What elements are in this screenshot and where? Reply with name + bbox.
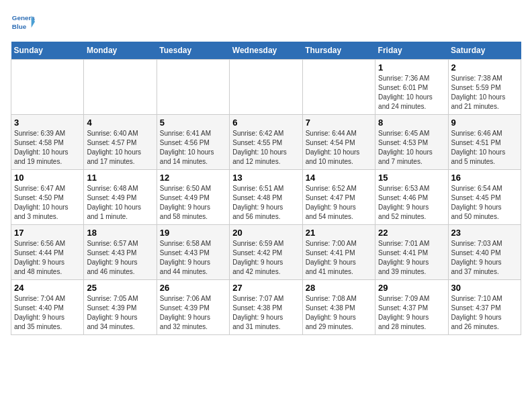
calendar-cell: 7Sunrise: 6:44 AM Sunset: 4:54 PM Daylig… xyxy=(302,115,375,170)
day-info: Sunrise: 7:00 AM Sunset: 4:41 PM Dayligh… xyxy=(306,239,372,277)
calendar-cell: 3Sunrise: 6:39 AM Sunset: 4:58 PM Daylig… xyxy=(11,115,84,170)
day-number: 14 xyxy=(306,173,372,183)
calendar-cell: 19Sunrise: 6:58 AM Sunset: 4:43 PM Dayli… xyxy=(157,225,229,280)
day-info: Sunrise: 6:47 AM Sunset: 4:50 PM Dayligh… xyxy=(14,184,81,222)
calendar-cell: 15Sunrise: 6:53 AM Sunset: 4:46 PM Dayli… xyxy=(375,170,448,225)
calendar-cell xyxy=(11,60,84,115)
calendar-cell: 4Sunrise: 6:40 AM Sunset: 4:57 PM Daylig… xyxy=(84,115,157,170)
calendar-cell: 28Sunrise: 7:08 AM Sunset: 4:38 PM Dayli… xyxy=(302,280,375,335)
calendar-cell: 1Sunrise: 7:36 AM Sunset: 6:01 PM Daylig… xyxy=(375,60,448,115)
day-number: 10 xyxy=(14,173,81,183)
calendar-cell: 16Sunrise: 6:54 AM Sunset: 4:45 PM Dayli… xyxy=(448,170,521,225)
calendar-cell: 25Sunrise: 7:05 AM Sunset: 4:39 PM Dayli… xyxy=(84,280,157,335)
day-info: Sunrise: 6:40 AM Sunset: 4:57 PM Dayligh… xyxy=(87,129,153,167)
header-saturday: Saturday xyxy=(448,42,521,60)
day-number: 29 xyxy=(378,283,445,293)
day-number: 24 xyxy=(14,283,81,293)
day-info: Sunrise: 7:01 AM Sunset: 4:41 PM Dayligh… xyxy=(378,239,445,277)
day-number: 27 xyxy=(232,283,299,293)
day-number: 17 xyxy=(14,228,81,238)
calendar-cell: 23Sunrise: 7:03 AM Sunset: 4:40 PM Dayli… xyxy=(448,225,521,280)
day-number: 23 xyxy=(451,228,518,238)
day-info: Sunrise: 7:05 AM Sunset: 4:39 PM Dayligh… xyxy=(87,294,153,332)
day-info: Sunrise: 7:36 AM Sunset: 6:01 PM Dayligh… xyxy=(378,74,445,111)
calendar-cell: 12Sunrise: 6:50 AM Sunset: 4:49 PM Dayli… xyxy=(157,170,229,225)
page-header: General Blue xyxy=(11,11,521,35)
calendar-cell: 17Sunrise: 6:56 AM Sunset: 4:44 PM Dayli… xyxy=(11,225,84,280)
calendar-cell: 22Sunrise: 7:01 AM Sunset: 4:41 PM Dayli… xyxy=(375,225,448,280)
day-info: Sunrise: 7:03 AM Sunset: 4:40 PM Dayligh… xyxy=(451,239,518,277)
calendar-cell: 27Sunrise: 7:07 AM Sunset: 4:38 PM Dayli… xyxy=(230,280,302,335)
day-number: 5 xyxy=(160,118,226,128)
calendar-cell: 14Sunrise: 6:52 AM Sunset: 4:47 PM Dayli… xyxy=(302,170,375,225)
day-info: Sunrise: 6:46 AM Sunset: 4:51 PM Dayligh… xyxy=(451,129,518,167)
day-number: 26 xyxy=(160,283,226,293)
calendar-cell: 5Sunrise: 6:41 AM Sunset: 4:56 PM Daylig… xyxy=(157,115,229,170)
day-info: Sunrise: 7:04 AM Sunset: 4:40 PM Dayligh… xyxy=(14,294,81,332)
header-monday: Monday xyxy=(84,42,157,60)
day-number: 16 xyxy=(451,173,518,183)
svg-text:Blue: Blue xyxy=(12,23,27,30)
day-info: Sunrise: 7:07 AM Sunset: 4:38 PM Dayligh… xyxy=(232,294,299,332)
day-info: Sunrise: 6:52 AM Sunset: 4:47 PM Dayligh… xyxy=(306,184,372,222)
calendar-cell: 2Sunrise: 7:38 AM Sunset: 5:59 PM Daylig… xyxy=(448,60,521,115)
calendar-week-3: 10Sunrise: 6:47 AM Sunset: 4:50 PM Dayli… xyxy=(11,170,521,225)
calendar-week-5: 24Sunrise: 7:04 AM Sunset: 4:40 PM Dayli… xyxy=(11,280,521,335)
day-number: 22 xyxy=(378,228,445,238)
calendar-cell: 9Sunrise: 6:46 AM Sunset: 4:51 PM Daylig… xyxy=(448,115,521,170)
day-info: Sunrise: 6:54 AM Sunset: 4:45 PM Dayligh… xyxy=(451,184,518,222)
day-info: Sunrise: 6:44 AM Sunset: 4:54 PM Dayligh… xyxy=(306,129,372,167)
calendar-cell: 29Sunrise: 7:09 AM Sunset: 4:37 PM Dayli… xyxy=(375,280,448,335)
day-info: Sunrise: 7:08 AM Sunset: 4:38 PM Dayligh… xyxy=(306,294,372,332)
day-number: 3 xyxy=(14,118,81,128)
calendar-cell: 26Sunrise: 7:06 AM Sunset: 4:39 PM Dayli… xyxy=(157,280,229,335)
calendar-cell: 20Sunrise: 6:59 AM Sunset: 4:42 PM Dayli… xyxy=(230,225,302,280)
header-tuesday: Tuesday xyxy=(157,42,229,60)
calendar-cell xyxy=(230,60,302,115)
day-info: Sunrise: 6:42 AM Sunset: 4:55 PM Dayligh… xyxy=(232,129,299,167)
day-info: Sunrise: 7:38 AM Sunset: 5:59 PM Dayligh… xyxy=(451,74,518,111)
day-info: Sunrise: 6:45 AM Sunset: 4:53 PM Dayligh… xyxy=(378,129,445,167)
calendar-week-1: 1Sunrise: 7:36 AM Sunset: 6:01 PM Daylig… xyxy=(11,60,521,115)
day-number: 4 xyxy=(87,118,153,128)
header-sunday: Sunday xyxy=(11,42,84,60)
logo: General Blue xyxy=(11,11,35,35)
day-number: 21 xyxy=(306,228,372,238)
day-info: Sunrise: 7:09 AM Sunset: 4:37 PM Dayligh… xyxy=(378,294,445,332)
day-number: 11 xyxy=(87,173,153,183)
day-info: Sunrise: 6:41 AM Sunset: 4:56 PM Dayligh… xyxy=(160,129,226,167)
day-info: Sunrise: 7:10 AM Sunset: 4:37 PM Dayligh… xyxy=(451,294,518,332)
day-number: 20 xyxy=(232,228,299,238)
calendar-cell: 18Sunrise: 6:57 AM Sunset: 4:43 PM Dayli… xyxy=(84,225,157,280)
day-number: 9 xyxy=(451,118,518,128)
calendar-cell: 13Sunrise: 6:51 AM Sunset: 4:48 PM Dayli… xyxy=(230,170,302,225)
day-info: Sunrise: 6:39 AM Sunset: 4:58 PM Dayligh… xyxy=(14,129,81,167)
day-number: 30 xyxy=(451,283,518,293)
day-number: 7 xyxy=(306,118,372,128)
day-info: Sunrise: 6:59 AM Sunset: 4:42 PM Dayligh… xyxy=(232,239,299,277)
calendar-table: SundayMondayTuesdayWednesdayThursdayFrid… xyxy=(11,42,521,335)
day-info: Sunrise: 6:53 AM Sunset: 4:46 PM Dayligh… xyxy=(378,184,445,222)
day-number: 2 xyxy=(451,62,518,73)
day-number: 1 xyxy=(378,62,445,73)
day-info: Sunrise: 6:51 AM Sunset: 4:48 PM Dayligh… xyxy=(232,184,299,222)
calendar-cell: 10Sunrise: 6:47 AM Sunset: 4:50 PM Dayli… xyxy=(11,170,84,225)
day-info: Sunrise: 6:57 AM Sunset: 4:43 PM Dayligh… xyxy=(87,239,153,277)
calendar-week-4: 17Sunrise: 6:56 AM Sunset: 4:44 PM Dayli… xyxy=(11,225,521,280)
calendar-cell: 30Sunrise: 7:10 AM Sunset: 4:37 PM Dayli… xyxy=(448,280,521,335)
day-info: Sunrise: 7:06 AM Sunset: 4:39 PM Dayligh… xyxy=(160,294,226,332)
header-friday: Friday xyxy=(375,42,448,60)
calendar-cell: 11Sunrise: 6:48 AM Sunset: 4:49 PM Dayli… xyxy=(84,170,157,225)
day-number: 12 xyxy=(160,173,226,183)
calendar-cell: 8Sunrise: 6:45 AM Sunset: 4:53 PM Daylig… xyxy=(375,115,448,170)
day-number: 8 xyxy=(378,118,445,128)
calendar-cell xyxy=(157,60,229,115)
day-number: 15 xyxy=(378,173,445,183)
logo-svg: General Blue xyxy=(11,11,35,35)
header-wednesday: Wednesday xyxy=(230,42,302,60)
day-number: 19 xyxy=(160,228,226,238)
day-info: Sunrise: 6:48 AM Sunset: 4:49 PM Dayligh… xyxy=(87,184,153,222)
calendar-cell: 6Sunrise: 6:42 AM Sunset: 4:55 PM Daylig… xyxy=(230,115,302,170)
day-info: Sunrise: 6:56 AM Sunset: 4:44 PM Dayligh… xyxy=(14,239,81,277)
day-info: Sunrise: 6:50 AM Sunset: 4:49 PM Dayligh… xyxy=(160,184,226,222)
